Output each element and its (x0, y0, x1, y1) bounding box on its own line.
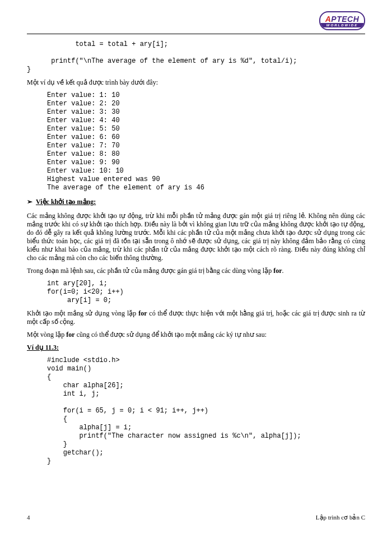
for-intro-paragraph: Trong đoạn mã lệnh sau, các phần tử của … (27, 267, 365, 275)
for-body-paragraph: Khởi tạo một mảng sử dụng vòng lặp for c… (27, 309, 365, 326)
logo-name: APTECH (325, 15, 360, 23)
for-intro-pre: Trong đoạn mã lệnh sau, các phần tử của … (27, 267, 273, 275)
page-number: 4 (27, 514, 30, 521)
page-footer: 4 Lập trình cơ bản C (27, 514, 365, 521)
result-intro-text: Một ví dụ về kết quả được trình bày dưới… (27, 78, 365, 87)
for-char-post: cũng có thể được sử dụng để khởi tạo một… (75, 331, 267, 338)
init-body-paragraph: Các mảng không được khởi tạo tự động, tr… (27, 212, 365, 262)
section-heading-init: ➢Việc khởi tạo mảng: (27, 198, 365, 206)
code-for-init: int ary[20], i; for(i=0; i<20; i++) ary[… (47, 280, 365, 305)
for-char-pre: Một vòng lặp (27, 331, 66, 338)
for-body-pre: Khởi tạo một mảng sử dụng vòng lặp (27, 309, 138, 317)
for-keyword-1: for (273, 267, 282, 275)
program-output: Enter value: 1: 10 Enter value: 2: 20 En… (47, 91, 365, 192)
header-rule (27, 34, 365, 34)
for-char-paragraph: Một vòng lặp for cũng có thể được sử dụn… (27, 331, 365, 339)
for-keyword-2: for (138, 309, 147, 317)
aptech-logo: APTECH WORLDWIDE (319, 11, 365, 30)
logo-tagline: WORLDWIDE (320, 23, 364, 27)
for-keyword-3: for (66, 331, 74, 338)
footer-title: Lập trình cơ bản C (316, 514, 365, 521)
heading-init-text: Việc khởi tạo mảng: (36, 198, 96, 206)
page-content: total = total + ary[i]; printf("\nThe av… (27, 40, 365, 466)
code-snippet-top: total = total + ary[i]; printf("\nThe av… (27, 40, 365, 74)
arrow-icon: ➢ (27, 198, 34, 206)
code-example-11-3: #include <stdio.h> void main() { char al… (47, 356, 365, 466)
for-intro-post: . (282, 267, 283, 275)
example-label: Ví dụ 11.3: (27, 344, 365, 352)
